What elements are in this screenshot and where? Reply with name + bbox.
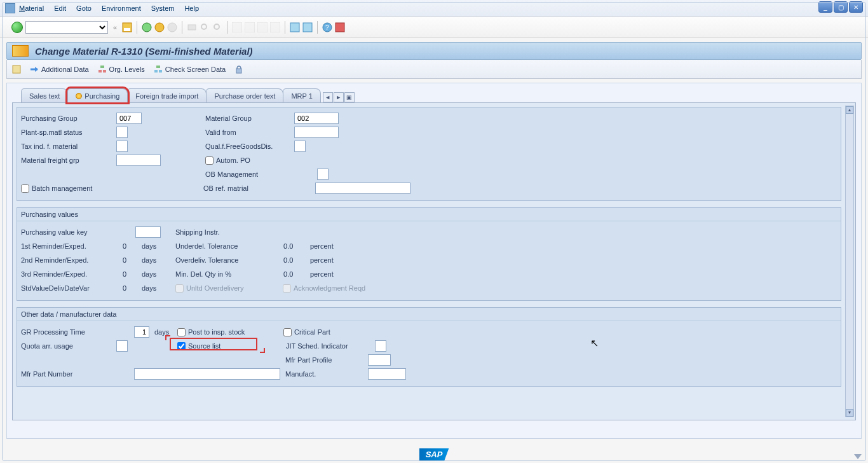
tab-scroll-right[interactable]: ► — [334, 92, 344, 102]
save-icon[interactable] — [122, 22, 132, 32]
manufact-input[interactable] — [368, 368, 406, 380]
layout-icon[interactable] — [335, 22, 345, 32]
critical-part-checkbox[interactable] — [283, 328, 292, 336]
ob-ref-input[interactable] — [315, 183, 410, 194]
menu-material[interactable]: Material — [19, 4, 44, 12]
find-next-icon[interactable] — [212, 22, 222, 32]
prev-page-icon[interactable] — [245, 22, 255, 32]
print-icon[interactable] — [187, 22, 197, 32]
plant-status-input[interactable] — [116, 127, 128, 138]
pct-3: percent — [310, 270, 334, 278]
scrollbar[interactable]: ▴ ▾ — [845, 106, 854, 417]
sap-logo: SAP — [419, 448, 449, 460]
svg-point-6 — [201, 24, 207, 29]
ship-label: Shipping Instr. — [175, 228, 264, 236]
gr-label: GR Processing Time — [21, 328, 134, 336]
svg-point-4 — [168, 23, 177, 32]
ob-mgmt-label: OB Management — [205, 170, 294, 178]
days-2: days — [142, 256, 161, 264]
qual-input[interactable] — [294, 141, 306, 152]
corner-tl — [165, 335, 170, 340]
window-maximize[interactable]: ▢ — [834, 1, 848, 13]
autom-po-checkbox[interactable] — [205, 156, 214, 165]
btn-org-levels[interactable]: Org. Levels — [98, 65, 145, 74]
statusbar-corner-icon[interactable] — [854, 454, 862, 459]
tab-mrp1[interactable]: MRP 1 — [283, 88, 320, 102]
svg-rect-1 — [124, 28, 130, 31]
title-icon — [12, 45, 29, 57]
mfr-partnum-input[interactable] — [134, 368, 280, 380]
freight-input[interactable] — [116, 155, 161, 166]
quota-input[interactable] — [116, 340, 128, 352]
org-levels-label: Org. Levels — [109, 66, 145, 73]
cancel-icon[interactable] — [167, 22, 177, 32]
chevron-left-icon[interactable]: « — [113, 24, 117, 31]
tab-scroll-left[interactable]: ◄ — [323, 92, 333, 102]
batch-mgmt-checkbox[interactable] — [21, 184, 29, 193]
jit-input[interactable] — [375, 340, 386, 352]
shortcut-icon[interactable] — [302, 22, 313, 32]
svg-rect-23 — [159, 70, 162, 73]
post-insp-checkbox[interactable] — [177, 328, 186, 336]
page-titlebar: Change Material R-1310 (Semi-finished Ma… — [6, 42, 862, 60]
menu-goto[interactable]: Goto — [76, 4, 92, 12]
svg-rect-21 — [156, 66, 160, 68]
menu-environment[interactable]: Environment — [102, 4, 141, 12]
svg-point-7 — [214, 24, 219, 29]
tab-sales-text[interactable]: Sales text — [21, 88, 68, 102]
days-3: days — [142, 270, 161, 278]
additional-data-label: Additional Data — [41, 66, 89, 73]
window-controls: _ ▢ ✕ — [818, 1, 863, 13]
scroll-up-icon[interactable]: ▴ — [846, 106, 853, 114]
svg-rect-18 — [100, 66, 104, 68]
od-value: 0.0 — [283, 256, 302, 264]
svg-rect-19 — [98, 70, 102, 73]
menu-bar: Material Edit Goto Environment System He… — [0, 0, 868, 17]
help-icon[interactable]: ? — [322, 22, 332, 32]
first-page-icon[interactable] — [232, 22, 242, 32]
tab-purchase-order-text[interactable]: Purchase order text — [206, 88, 283, 102]
days-4: days — [142, 284, 161, 292]
last-page-icon[interactable] — [270, 22, 280, 32]
ob-mgmt-input[interactable] — [317, 169, 329, 180]
pvk-input[interactable] — [135, 226, 161, 238]
tax-ind-input[interactable] — [116, 141, 128, 152]
valid-from-input[interactable] — [294, 127, 339, 138]
tab-foreign-trade-import[interactable]: Foreign trade import — [127, 88, 207, 102]
tab-list-button[interactable]: ▣ — [344, 92, 355, 102]
btn-additional-data[interactable]: Additional Data — [30, 65, 89, 74]
command-field[interactable] — [25, 21, 108, 34]
body-area: Sales text Purchasing Foreign trade impo… — [6, 83, 862, 439]
tax-ind-label: Tax ind. f. material — [21, 142, 116, 150]
gr-input[interactable] — [134, 326, 149, 338]
back-icon[interactable] — [142, 22, 152, 32]
mfr-profile-input[interactable] — [368, 354, 391, 366]
critical-part-label: Critical Part — [294, 328, 330, 336]
menu-system[interactable]: System — [151, 4, 175, 12]
btn-lock[interactable] — [234, 65, 243, 74]
ud-value: 0.0 — [283, 242, 302, 250]
next-page-icon[interactable] — [257, 22, 268, 32]
exit-icon[interactable] — [154, 22, 165, 32]
btn-select-views[interactable] — [12, 65, 21, 74]
menu-help[interactable]: Help — [184, 4, 199, 12]
material-group-input[interactable] — [294, 113, 339, 124]
tab-purchasing[interactable]: Purchasing — [67, 88, 128, 102]
svg-rect-11 — [270, 22, 280, 32]
purch-group-input[interactable] — [116, 113, 142, 124]
new-session-icon[interactable] — [290, 22, 300, 32]
menu-edit[interactable]: Edit — [54, 4, 66, 12]
ud-label: Underdel. Tolerance — [175, 242, 283, 250]
svg-rect-22 — [154, 70, 158, 73]
btn-check-screen-data[interactable]: Check Screen Data — [154, 65, 226, 74]
window-close[interactable]: ✕ — [849, 1, 863, 13]
pct-1: percent — [310, 242, 334, 250]
material-group-label: Material Group — [205, 114, 294, 122]
tab-label: Foreign trade import — [135, 92, 198, 100]
std-label: StdValueDelivDateVar — [21, 284, 123, 292]
scroll-down-icon[interactable]: ▾ — [846, 409, 853, 417]
enter-icon[interactable] — [11, 22, 23, 33]
window-minimize[interactable]: _ — [818, 1, 832, 13]
tab-label: MRP 1 — [291, 92, 312, 100]
find-icon[interactable] — [200, 22, 210, 32]
